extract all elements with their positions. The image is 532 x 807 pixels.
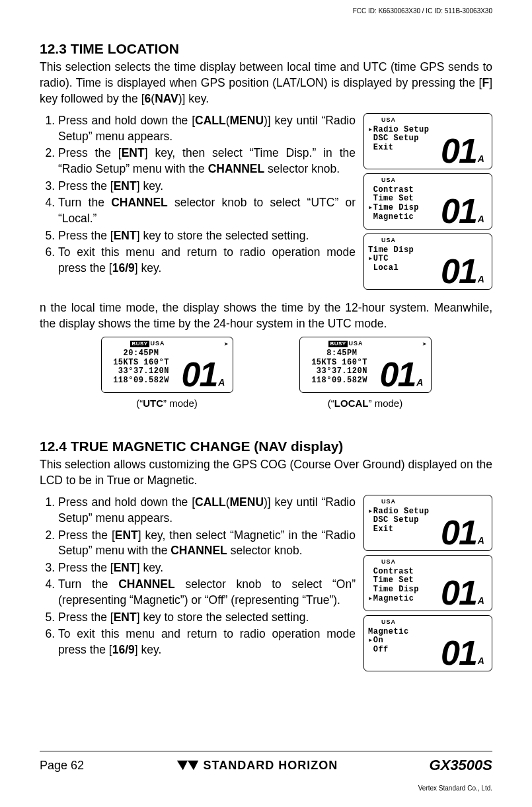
- section-124-title: 12.4 TRUE MAGNETIC CHANGE (NAV display): [40, 437, 492, 456]
- lcd-example: BUSYUSA 8:45PM15KTS 160°T 33°37.120N118°…: [299, 337, 432, 410]
- step-item: Press the [ENT] key to store the selecte…: [58, 610, 356, 626]
- section-124-lcd-stack: USA▸Radio Setup DSC Setup Exit01AUSA Con…: [363, 495, 492, 675]
- lcd-screen: USA Contrast Time Set▸Time Disp Magnetic…: [363, 173, 492, 230]
- lcd-screen: USA Contrast Time Set Time Disp▸Magnetic…: [363, 555, 492, 611]
- brand-icon: [176, 759, 200, 771]
- step-item: Press the [ENT] key, then select “Magnet…: [58, 528, 356, 559]
- lcd-caption: (“UTC” mode): [101, 397, 233, 410]
- channel-number: 01A: [380, 361, 422, 389]
- step-item: Turn the CHANNEL selector knob to select…: [58, 195, 356, 226]
- section-123-lcd-stack: USA▸Radio Setup DSC Setup Exit01AUSA Con…: [363, 113, 492, 294]
- page-footer: Page 62 STANDARD HORIZON GX3500S: [40, 751, 492, 775]
- step-item: Turn the CHANNEL selector knob to select…: [58, 577, 356, 608]
- step-item: To exit this menu and return to radio op…: [58, 626, 356, 658]
- step-item: To exit this menu and return to radio op…: [58, 245, 356, 276]
- channel-number: 01A: [441, 640, 483, 667]
- brand-logo: STANDARD HORIZON: [176, 757, 338, 773]
- section-124-intro: This selection allows customizing the GP…: [40, 457, 492, 488]
- channel-number: 01A: [441, 138, 483, 165]
- step-item: Press the [ENT] key.: [58, 560, 356, 576]
- channel-number: 01A: [441, 198, 483, 226]
- brand-text: STANDARD HORIZON: [204, 757, 338, 773]
- lcd-screen: USA▸Radio Setup DSC Setup Exit01A: [363, 113, 492, 169]
- company-name: Vertex Standard Co., Ltd.: [418, 784, 492, 793]
- section-123-examples: BUSYUSA20:45PM15KTS 160°T 33°37.120N118°…: [40, 337, 492, 410]
- step-item: Press the [ENT] key to store the selecte…: [58, 228, 356, 244]
- step-item: Press the [ENT] key.: [58, 179, 356, 194]
- lcd-screen: USAMagnetic▸On Off01A: [363, 615, 492, 671]
- lcd-example: BUSYUSA20:45PM15KTS 160°T 33°37.120N118°…: [101, 337, 233, 410]
- lcd-screen: USATime Disp▸UTC Local01A: [363, 234, 492, 290]
- lcd-screen: BUSYUSA 8:45PM15KTS 160°T 33°37.120N118°…: [299, 337, 432, 393]
- section-123-intro: This selection selects the time display …: [40, 60, 492, 106]
- model-number: GX3500S: [430, 755, 492, 775]
- satellite-icon: ➤: [224, 340, 229, 350]
- step-item: Press and hold down the [CALL(MENU)] key…: [58, 113, 356, 144]
- step-item: Press the [ENT] key, then select “Time D…: [58, 146, 356, 177]
- section-123-title: 12.3 TIME LOCATION: [40, 40, 492, 58]
- section-124-steps: Press and hold down the [CALL(MENU)] key…: [40, 495, 356, 659]
- page-number: Page 62: [40, 757, 84, 773]
- lcd-caption: (“LOCAL” mode): [299, 397, 432, 410]
- channel-number: 01A: [441, 519, 483, 547]
- channel-number: 01A: [182, 361, 224, 389]
- lcd-screen: BUSYUSA20:45PM15KTS 160°T 33°37.120N118°…: [101, 337, 233, 393]
- fcc-id: FCC ID: K6630063X30 / IC ID: 511B-30063X…: [353, 7, 492, 16]
- step-item: Press and hold down the [CALL(MENU)] key…: [58, 495, 356, 526]
- channel-number: 01A: [441, 258, 483, 286]
- channel-number: 01A: [441, 579, 483, 607]
- satellite-icon: ➤: [422, 340, 427, 350]
- lcd-screen: USA▸Radio Setup DSC Setup Exit01A: [363, 495, 492, 551]
- section-123-steps: Press and hold down the [CALL(MENU)] key…: [40, 113, 356, 277]
- section-123-note: n the local time mode, the display shows…: [40, 300, 492, 331]
